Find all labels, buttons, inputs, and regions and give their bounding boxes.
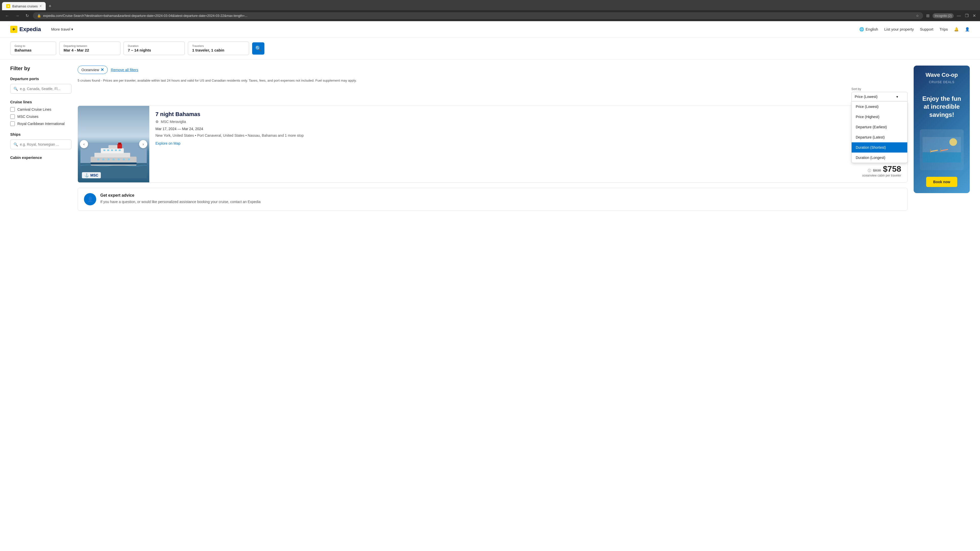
sort-option-departure-earliest[interactable]: Departure (Earliest) [852,122,907,132]
main-content: Filter by Departure ports 🔍 Cruise lines… [0,59,980,217]
extensions-button[interactable]: ⊞ [925,12,931,19]
carnival-label: Carnival Cruise Lines [18,107,51,111]
remove-all-filters-button[interactable]: Remove all filters [111,68,138,72]
cruise-line-msc[interactable]: MSC Cruises [10,114,72,119]
advice-card: 👤 Get expert advice If you have a questi… [78,188,907,211]
search-button[interactable]: 🔍 [252,42,264,55]
restore-button[interactable]: ❐ [964,12,969,19]
more-travel-menu[interactable]: More travel ▾ [51,27,73,32]
sidebar-filters: Filter by Departure ports 🔍 Cruise lines… [10,65,72,211]
user-account-button[interactable]: 👤 [965,27,970,32]
ad-book-button[interactable]: Book now [926,177,958,187]
image-next-button[interactable]: › [139,140,147,148]
ships-input[interactable] [20,142,68,146]
new-tab-button[interactable]: + [47,3,54,10]
tab-favicon: ✈ [6,4,10,8]
svg-point-20 [128,159,130,160]
tab-bar: ✈ Bahamas cruises × + [0,0,980,10]
going-to-value: Bahamas [14,48,52,52]
sort-dropdown[interactable]: Sort by Price (Lowest) ▾ Price (Lowest) … [851,87,907,102]
support-link[interactable]: Support [920,27,934,32]
svg-point-14 [97,159,99,160]
forward-button[interactable]: → [13,13,21,19]
cabin-experience-section: Cabin experience [10,156,72,160]
price-note: oceanview cabin per traveler [862,174,901,177]
main-page: ✈ Expedia More travel ▾ 🌐 English List y… [0,21,980,551]
cruise-dates: Mar 17, 2024 — Mar 24, 2024 [156,127,845,131]
minimize-button[interactable]: — [956,13,962,19]
cruise-lines-title: Cruise lines [10,100,72,104]
svg-point-16 [107,159,110,160]
url-input[interactable] [43,14,914,17]
explore-map-link[interactable]: Explore on Map [156,141,845,145]
search-icon: 🔍 [14,142,18,146]
duration-field[interactable]: Duration 7 – 14 nights [124,41,185,55]
active-filters-row: Oceanview ✕ Remove all filters [78,65,907,74]
address-bar[interactable]: 🔒 ☆ [33,12,923,19]
search-icon: 🔍 [255,45,262,52]
lock-icon: 🔒 [37,14,41,17]
original-price: $838 [873,168,881,172]
royal-label: Royal Caribbean International [18,122,65,126]
results-info-text: 5 cruises found - Prices are per travele… [78,78,907,83]
remove-filter-button[interactable]: ✕ [100,67,104,72]
close-browser-button[interactable]: ✕ [972,12,977,19]
tab-close-button[interactable]: × [40,4,41,8]
advice-content: Get expert advice If you have a question… [100,193,261,205]
oceanview-filter-chip[interactable]: Oceanview ✕ [78,65,108,74]
back-button[interactable]: ← [3,13,11,19]
sort-option-price-highest[interactable]: Price (Highest) [852,112,907,122]
ad-brand: Wave Co-op [926,72,958,78]
image-prev-button[interactable]: ‹ [80,140,88,148]
ad-card: Wave Co-op CRUISE DEALS Enjoy the fun at… [914,65,970,193]
browser-actions: ⊞ Incognito (2) — ❐ ✕ [925,12,977,19]
sort-option-price-lowest[interactable]: Price (Lowest) [852,102,907,112]
duration-label: Duration [128,44,180,48]
ships-section: Ships 🔍 [10,132,72,149]
bookmark-icon[interactable]: ☆ [916,14,919,17]
departure-ports-input[interactable] [20,87,68,91]
price-container: ⓘ $838 $758 [868,164,901,174]
notifications-button[interactable]: 🔔 [954,27,959,32]
active-tab[interactable]: ✈ Bahamas cruises × [2,2,46,10]
tab-title: Bahamas cruises [12,4,38,8]
cabin-experience-title: Cabin experience [10,156,72,160]
advice-text: If you have a question, or would like pe… [100,199,261,205]
carnival-checkbox[interactable] [10,107,15,112]
svg-point-15 [102,159,104,160]
departure-ports-title: Departure ports [10,76,72,81]
departing-field[interactable]: Departing between Mar 4 - Mar 22 [59,41,121,55]
royal-checkbox[interactable] [10,121,15,126]
svg-rect-10 [119,149,121,151]
cruise-line-carnival[interactable]: Carnival Cruise Lines [10,107,72,112]
language-selector[interactable]: 🌐 English [859,27,878,32]
ships-search[interactable]: 🔍 [10,140,72,149]
site-header: ✈ Expedia More travel ▾ 🌐 English List y… [0,21,980,38]
current-price: $758 [883,164,901,174]
svg-rect-12 [118,143,121,144]
sort-header-button[interactable]: Price (Lowest) ▾ [851,92,907,102]
logo-link[interactable]: ✈ Expedia [10,26,41,33]
sort-option-departure-latest[interactable]: Departure (Latest) [852,132,907,142]
cruise-image-placeholder [78,106,149,183]
svg-rect-9 [115,149,117,151]
cruise-lines-section: Cruise lines Carnival Cruise Lines MSC C… [10,100,72,126]
chevron-down-icon: ▾ [71,27,73,32]
trips-link[interactable]: Trips [939,27,948,32]
globe-icon: 🌐 [859,27,864,32]
refresh-button[interactable]: ↻ [24,12,31,19]
sort-option-duration-shortest[interactable]: Duration (Shortest) [852,142,907,152]
departure-ports-search[interactable]: 🔍 [10,84,72,94]
search-icon: 🔍 [14,87,18,91]
msc-checkbox[interactable] [10,114,15,119]
sort-option-duration-longest[interactable]: Duration (Longest) [852,152,907,163]
more-travel-label: More travel [51,27,70,32]
travelers-field[interactable]: Travelers 1 traveler, 1 cabin [188,41,249,55]
cruise-line-royal[interactable]: Royal Caribbean International [10,121,72,126]
msc-logo-text: MSC [90,173,98,177]
list-property-link[interactable]: List your property [884,27,914,32]
svg-point-18 [118,159,120,160]
svg-rect-27 [940,148,941,152]
going-to-field[interactable]: Going to Bahamas [10,41,56,55]
svg-rect-8 [111,149,113,151]
